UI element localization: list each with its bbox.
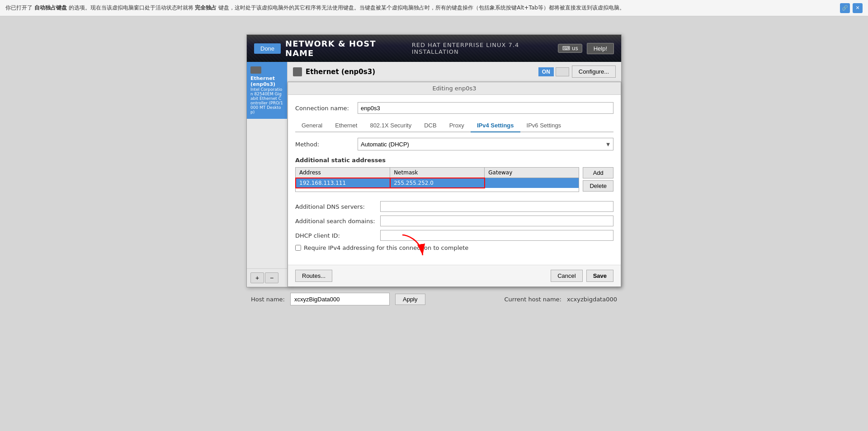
header-bar: Done NETWORK & HOST NAME RED HAT ENTERPR… [247,35,621,62]
routes-button[interactable]: Routes... [295,270,332,282]
tab-general[interactable]: General [295,119,329,132]
dialog-title: Editing enp0s3 [432,85,476,92]
tab-proxy[interactable]: Proxy [443,119,471,132]
keyboard-lang: us [572,45,578,52]
dhcp-client-id-input[interactable] [380,230,613,241]
warning-text-bold1: 自动独占键盘 [34,5,67,11]
delete-address-button[interactable]: Delete [583,180,613,192]
help-button[interactable]: Help! [587,43,614,54]
warning-text-bold2: 完全独占 [195,5,217,11]
cell-gateway [485,178,579,188]
address-table-area: Address Netmask Gateway 192.168.113.111 … [295,167,579,196]
address-table-container: Address Netmask Gateway 192.168.113.111 … [295,167,579,192]
cell-address: 192.168.113.111 [296,178,390,188]
dhcp-client-id-row: DHCP client ID: [295,230,613,241]
window-frame: Done NETWORK & HOST NAME RED HAT ENTERPR… [246,34,622,287]
method-select-wrapper: Automatic (DHCP) Manual Link-Local Only … [358,138,613,150]
done-button[interactable]: Done [254,43,281,54]
connection-name-label: Connection name: [295,105,354,112]
tab-8021x-security[interactable]: 802.1X Security [363,119,418,132]
tab-ethernet[interactable]: Ethernet [329,119,363,132]
device-header: Ethernet (enp0s3) ON Configure... [288,62,621,82]
hostname-label: Host name: [251,296,285,303]
device-header-left: Ethernet (enp0s3) [293,67,375,76]
cell-empty-netmask [390,188,485,192]
connection-name-input[interactable] [358,102,613,114]
keyboard-indicator[interactable]: ⌨ us [558,44,582,53]
table-empty-row [296,188,579,192]
add-connection-button[interactable]: + [250,272,264,283]
header-title: NETWORK & HOST NAME [285,39,397,58]
device-list-item-enp0s3[interactable]: Ethernet (enp0s3) Intel Corporation 8254… [247,62,287,119]
cancel-button[interactable]: Cancel [551,270,582,282]
cell-netmask: 255.255.252.0 [390,178,485,188]
main-layout: 你已打开了 自动独占键盘 的选项。现在当该虚拟电脑窗口处于活动状态时就将 完全独… [0,0,868,431]
table-buttons: Add Delete [583,167,613,192]
address-table-header: Address Netmask Gateway [296,168,579,178]
dialog-body: Connection name: General Ethernet 802.1X… [288,95,621,265]
device-header-icon [293,67,302,76]
header-left: Done NETWORK & HOST NAME [247,35,405,62]
dialog-bottom: Routes... Cancel Save [288,265,621,286]
keyboard-icon: ⌨ [562,45,570,52]
method-label: Method: [295,141,354,148]
warning-text: 你已打开了 自动独占键盘 的选项。现在当该虚拟电脑窗口处于活动状态时就将 完全独… [5,4,840,12]
dialog-area: Editing enp0s3 Connection name: General [288,82,621,287]
device-header-name: Ethernet (enp0s3) [306,68,375,76]
dns-input[interactable] [380,201,613,212]
warning-bar: 你已打开了 自动独占键盘 的选项。现在当该虚拟电脑窗口处于活动状态时就将 完全独… [0,0,868,16]
left-panel: Ethernet (enp0s3) Intel Corporation 8254… [247,62,288,287]
warning-text-prefix: 你已打开了 [5,5,33,11]
search-domains-input[interactable] [380,216,613,226]
right-panel: Ethernet (enp0s3) ON Configure... [288,62,621,287]
device-desc: Intel Corporation 82540EM Gigabit Ethern… [250,87,283,114]
header-right: RED HAT ENTERPRISE LINUX 7.4 INSTALLATIO… [405,35,621,62]
warning-link-icon[interactable]: 🔗 [840,3,850,13]
current-hostname-label: Current host name: [505,296,561,303]
table-row[interactable]: 192.168.113.111 255.255.252.0 [296,178,579,188]
method-select[interactable]: Automatic (DHCP) Manual Link-Local Only … [358,138,613,150]
remove-connection-button[interactable]: − [265,272,278,283]
configure-button[interactable]: Configure... [572,66,616,78]
warning-text-mid2: 键盘，这时处于该虚拟电脑外的其它程序将无法使用键盘。当键盘被某个虚拟电脑独占时，… [218,5,625,11]
apply-button[interactable]: Apply [395,294,425,305]
method-row: Method: Automatic (DHCP) Manual Link-Loc… [295,138,613,150]
hostname-input[interactable] [290,293,390,305]
dhcp-client-id-label: DHCP client ID: [295,232,377,239]
cell-empty-address [296,188,390,192]
device-icon [250,66,261,74]
header-subtitle: RED HAT ENTERPRISE LINUX 7.4 INSTALLATIO… [412,42,554,55]
tabs-bar: General Ethernet 802.1X Security DCB Pro… [295,119,613,132]
current-hostname-value: xcxyzbigdata000 [567,296,617,303]
connection-name-row: Connection name: [295,102,613,114]
require-ipv4-checkbox[interactable] [295,245,301,251]
search-domains-row: Additional search domains: [295,216,613,226]
left-panel-bottom: + − [247,268,287,287]
toggle-switch: ON [538,67,569,76]
warning-text-mid1: 的选项。现在当该虚拟电脑窗口处于活动状态时就将 [69,5,193,11]
addresses-section-title: Additional static addresses [295,157,613,164]
dns-label: Additional DNS servers: [295,203,377,210]
main-area: Done NETWORK & HOST NAME RED HAT ENTERPR… [0,16,868,311]
warning-close-icon[interactable]: ✕ [853,3,863,13]
dialog-bottom-right: Cancel Save [551,270,613,282]
col-header-netmask: Netmask [390,168,485,178]
hostname-bar: Host name: Apply Current host name: xcxy… [246,287,622,311]
cell-empty-gateway [485,188,579,192]
table-and-buttons: Address Netmask Gateway 192.168.113.111 … [295,167,613,196]
col-header-address: Address [296,168,390,178]
tab-ipv6-settings[interactable]: IPv6 Settings [520,119,568,132]
device-name: Ethernet (enp0s3) [250,75,283,87]
warning-bar-icons: 🔗 ✕ [840,3,863,13]
tab-dcb[interactable]: DCB [418,119,443,132]
search-domains-label: Additional search domains: [295,218,377,225]
toggle-on-button[interactable]: ON [538,67,554,76]
col-header-gateway: Gateway [485,168,579,178]
require-ipv4-label: Require IPv4 addressing for this connect… [304,244,468,251]
tab-ipv4-settings[interactable]: IPv4 Settings [471,119,520,132]
save-button[interactable]: Save [586,270,613,282]
add-address-button[interactable]: Add [583,167,613,178]
dns-row: Additional DNS servers: [295,201,613,212]
content-area: Ethernet (enp0s3) Intel Corporation 8254… [247,62,621,287]
require-ipv4-row: Require IPv4 addressing for this connect… [295,244,613,251]
